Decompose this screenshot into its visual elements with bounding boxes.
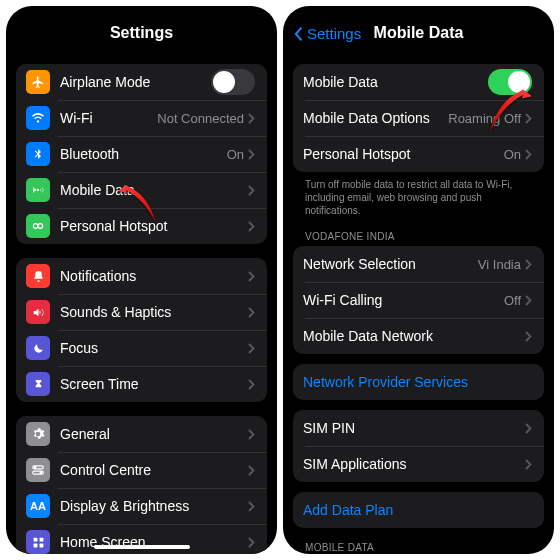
hourglass-icon — [26, 372, 50, 396]
row-mobile-data-toggle[interactable]: Mobile Data — [293, 64, 544, 100]
page-title: Mobile Data — [374, 24, 464, 42]
row-notifications[interactable]: Notifications — [16, 258, 267, 294]
svg-rect-9 — [39, 543, 43, 547]
row-network-selection[interactable]: Network Selection Vi India — [293, 246, 544, 282]
row-label: Personal Hotspot — [60, 218, 248, 234]
row-value: Roaming Off — [448, 111, 521, 126]
row-label: Add Data Plan — [303, 502, 532, 518]
row-value: Off — [504, 293, 521, 308]
row-label: Sounds & Haptics — [60, 304, 248, 320]
row-label: Mobile Data Options — [303, 110, 448, 126]
row-value: Vi India — [478, 257, 521, 272]
chevron-right-icon — [525, 149, 532, 160]
chevron-right-icon — [248, 537, 255, 548]
row-bluetooth[interactable]: Bluetooth On — [16, 136, 267, 172]
row-label: Mobile Data Network — [303, 328, 525, 344]
row-label: Notifications — [60, 268, 248, 284]
row-label: SIM Applications — [303, 456, 525, 472]
settings-screen: Settings Airplane Mode Wi-Fi Not Connect… — [6, 6, 277, 554]
row-label: Personal Hotspot — [303, 146, 504, 162]
row-label: Network Selection — [303, 256, 478, 272]
row-label: Mobile Data — [60, 182, 248, 198]
chevron-right-icon — [525, 423, 532, 434]
chevron-right-icon — [248, 501, 255, 512]
svg-point-0 — [33, 224, 38, 229]
page-title: Settings — [110, 24, 173, 42]
chevron-right-icon — [525, 295, 532, 306]
chevron-right-icon — [525, 459, 532, 470]
row-value: Not Connected — [157, 111, 244, 126]
row-value: On — [227, 147, 244, 162]
row-control-centre[interactable]: Control Centre — [16, 452, 267, 488]
row-mobile-data[interactable]: Mobile Data — [16, 172, 267, 208]
row-label: SIM PIN — [303, 420, 525, 436]
airplane-toggle[interactable] — [211, 69, 255, 95]
svg-rect-8 — [33, 543, 37, 547]
row-label: Wi-Fi Calling — [303, 292, 504, 308]
navbar: Settings — [6, 6, 277, 50]
row-personal-hotspot[interactable]: Personal Hotspot — [16, 208, 267, 244]
chevron-right-icon — [248, 221, 255, 232]
row-sim-applications[interactable]: SIM Applications — [293, 446, 544, 482]
row-airplane-mode[interactable]: Airplane Mode — [16, 64, 267, 100]
row-personal-hotspot[interactable]: Personal Hotspot On — [293, 136, 544, 172]
row-label: Bluetooth — [60, 146, 227, 162]
moon-icon — [26, 336, 50, 360]
antenna-icon — [26, 178, 50, 202]
row-mobile-data-options[interactable]: Mobile Data Options Roaming Off — [293, 100, 544, 136]
chevron-right-icon — [248, 271, 255, 282]
svg-point-5 — [40, 472, 42, 474]
row-label: Airplane Mode — [60, 74, 211, 90]
svg-rect-7 — [39, 537, 43, 541]
bluetooth-icon — [26, 142, 50, 166]
row-label: Wi-Fi — [60, 110, 157, 126]
mobile-data-toggle[interactable] — [488, 69, 532, 95]
section-header-usage: MOBILE DATA — [293, 528, 544, 554]
hotspot-icon — [26, 214, 50, 238]
back-label: Settings — [307, 25, 361, 42]
home-indicator[interactable] — [94, 545, 190, 549]
chevron-right-icon — [248, 379, 255, 390]
row-general[interactable]: General — [16, 416, 267, 452]
row-label: Display & Brightness — [60, 498, 248, 514]
row-display-brightness[interactable]: AA Display & Brightness — [16, 488, 267, 524]
chevron-right-icon — [248, 149, 255, 160]
chevron-right-icon — [248, 343, 255, 354]
chevron-right-icon — [248, 429, 255, 440]
row-sim-pin[interactable]: SIM PIN — [293, 410, 544, 446]
row-label: Control Centre — [60, 462, 248, 478]
row-label: General — [60, 426, 248, 442]
switches-icon — [26, 458, 50, 482]
row-network-provider-services[interactable]: Network Provider Services — [293, 364, 544, 400]
chevron-right-icon — [248, 113, 255, 124]
row-screen-time[interactable]: Screen Time — [16, 366, 267, 402]
back-button[interactable]: Settings — [293, 25, 361, 42]
row-home-screen[interactable]: Home Screen — [16, 524, 267, 554]
row-value: On — [504, 147, 521, 162]
svg-point-4 — [34, 467, 36, 469]
bell-icon — [26, 264, 50, 288]
svg-point-1 — [38, 224, 43, 229]
row-mobile-data-network[interactable]: Mobile Data Network — [293, 318, 544, 354]
chevron-right-icon — [525, 113, 532, 124]
row-sounds-haptics[interactable]: Sounds & Haptics — [16, 294, 267, 330]
grid-icon — [26, 530, 50, 554]
row-add-data-plan[interactable]: Add Data Plan — [293, 492, 544, 528]
airplane-icon — [26, 70, 50, 94]
row-label: Focus — [60, 340, 248, 356]
row-label: Mobile Data — [303, 74, 488, 90]
wifi-icon — [26, 106, 50, 130]
chevron-right-icon — [525, 259, 532, 270]
row-focus[interactable]: Focus — [16, 330, 267, 366]
chevron-right-icon — [525, 331, 532, 342]
footer-text: Turn off mobile data to restrict all dat… — [293, 172, 544, 217]
chevron-right-icon — [248, 465, 255, 476]
row-label: Screen Time — [60, 376, 248, 392]
row-wifi[interactable]: Wi-Fi Not Connected — [16, 100, 267, 136]
chevron-right-icon — [248, 307, 255, 318]
section-header-carrier: VODAFONE INDIA — [293, 217, 544, 246]
gear-icon — [26, 422, 50, 446]
chevron-right-icon — [248, 185, 255, 196]
navbar: Settings Mobile Data — [283, 6, 554, 50]
row-wifi-calling[interactable]: Wi-Fi Calling Off — [293, 282, 544, 318]
